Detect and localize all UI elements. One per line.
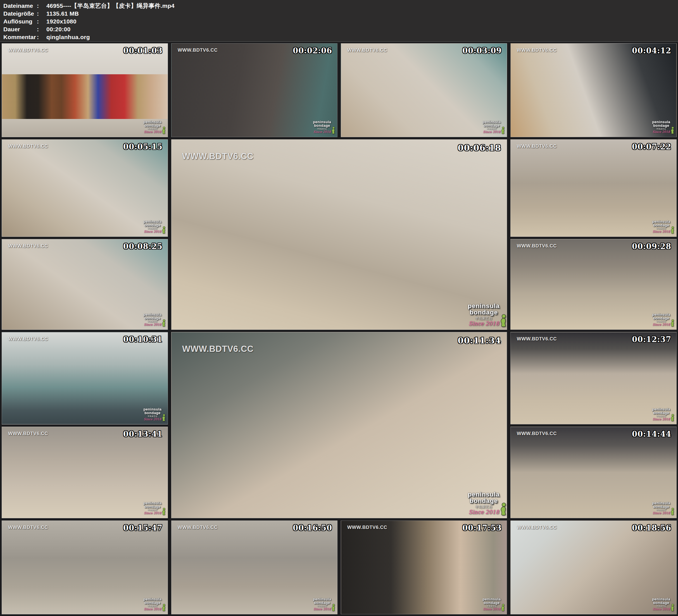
studio-logo-line3: 半岛束艺台 xyxy=(481,605,502,607)
kneeling-figure-icon xyxy=(161,604,166,611)
studio-logo-line4: Since 2018 xyxy=(651,608,672,611)
site-watermark: WWW.BDTV6.CC xyxy=(8,47,48,53)
kneeling-figure-icon xyxy=(670,604,674,611)
site-watermark: WWW.BDTV6.CC xyxy=(182,151,254,161)
kneeling-figure-icon xyxy=(161,126,166,134)
frame-timestamp: 00:15:47 xyxy=(123,524,162,532)
studio-logo-line3: 半岛束艺台 xyxy=(651,128,672,130)
site-watermark: WWW.BDTV6.CC xyxy=(517,431,557,436)
file-info-value: 1135.61 MB xyxy=(46,10,678,17)
kneeling-figure-icon xyxy=(670,319,674,327)
studio-logo: peninsula bondage 半岛束艺台 Since 2018 xyxy=(142,408,163,421)
video-thumbnail: WWW.BDTV6.CC 00:07:22 peninsula bondage … xyxy=(511,139,677,237)
studio-logo: peninsula bondage 半岛束艺台 Since 2018 xyxy=(142,120,163,133)
video-thumbnail: WWW.BDTV6.CC 00:15:47 peninsula bondage … xyxy=(2,521,168,614)
video-thumbnail: WWW.BDTV6.CC 00:02:06 peninsula bondage … xyxy=(171,43,337,137)
studio-logo-line2: bondage xyxy=(142,411,163,415)
file-info-header: Dateiname : 46955----【半岛束艺台】【皮卡】绳异事件.mp4… xyxy=(0,0,678,42)
studio-logo-line2: bondage xyxy=(142,505,163,508)
frame-timestamp: 00:02:06 xyxy=(293,46,332,55)
file-info-row: Auflösung : 1920x1080 xyxy=(3,17,678,26)
kneeling-figure-icon xyxy=(670,126,674,134)
kneeling-figure-icon xyxy=(331,604,335,611)
frame-timestamp: 00:07:22 xyxy=(632,143,671,151)
video-thumbnail: WWW.BDTV6.CC 00:10:31 peninsula bondage … xyxy=(2,332,168,424)
frame-timestamp: 00:11:34 xyxy=(458,336,501,345)
studio-logo-line4: Since 2018 xyxy=(311,608,333,611)
studio-logo: peninsula bondage 半岛束艺台 Since 2018 xyxy=(651,597,672,611)
site-watermark: WWW.BDTV6.CC xyxy=(517,525,557,530)
frame-timestamp: 00:01:03 xyxy=(123,46,162,55)
frame-timestamp: 00:05:15 xyxy=(123,143,162,151)
studio-logo: peninsula bondage 半岛束艺台 Since 2018 xyxy=(142,220,163,233)
frame-timestamp: 00:08:25 xyxy=(123,242,162,251)
file-info-row: Kommentar : qinglanhua.org xyxy=(3,33,678,41)
site-watermark: WWW.BDTV6.CC xyxy=(517,336,557,342)
file-info-colon: : xyxy=(37,17,46,26)
studio-logo-line3: 半岛束艺台 xyxy=(142,509,163,511)
file-info-value: 46955----【半岛束艺台】【皮卡】绳异事件.mp4 xyxy=(46,2,678,10)
studio-logo-line1: peninsula xyxy=(465,491,502,498)
video-thumbnail: WWW.BDTV6.CC 00:06:18 peninsula bondage … xyxy=(171,139,507,330)
file-info-row: Dauer : 00:20:00 xyxy=(3,26,678,33)
studio-logo-line4: Since 2018 xyxy=(651,418,672,421)
frame-timestamp: 00:14:44 xyxy=(632,430,671,438)
kneeling-figure-icon xyxy=(670,414,674,421)
studio-logo-line1: peninsula xyxy=(465,303,502,309)
studio-logo-line3: 半岛束艺台 xyxy=(651,320,672,322)
file-info-label: Dateigröße xyxy=(3,10,37,17)
video-thumbnail: WWW.BDTV6.CC 00:08:25 peninsula bondage … xyxy=(2,239,168,330)
studio-logo-line4: Since 2018 xyxy=(142,418,163,421)
studio-logo-line2: bondage xyxy=(651,316,672,320)
file-info-row: Dateigröße : 1135.61 MB xyxy=(3,10,678,17)
studio-logo: peninsula bondage 半岛束艺台 Since 2018 xyxy=(651,220,672,233)
studio-logo: peninsula bondage 半岛束艺台 Since 2018 xyxy=(481,597,502,611)
studio-logo-line3: 半岛束艺台 xyxy=(142,228,163,230)
studio-logo-line4: Since 2018 xyxy=(142,130,163,133)
file-info-label: Dateiname xyxy=(3,2,37,10)
studio-logo-line2: bondage xyxy=(481,124,502,127)
studio-logo-line2: bondage xyxy=(311,124,333,127)
site-watermark: WWW.BDTV6.CC xyxy=(517,47,557,53)
kneeling-figure-icon xyxy=(670,508,674,515)
site-watermark: WWW.BDTV6.CC xyxy=(182,344,254,354)
studio-logo-line4: Since 2018 xyxy=(142,323,163,326)
studio-logo-line4: Since 2018 xyxy=(142,511,163,515)
studio-logo-line3: 半岛束艺台 xyxy=(651,228,672,230)
frame-timestamp: 00:16:50 xyxy=(293,524,332,532)
studio-logo: peninsula bondage 半岛束艺台 Since 2018 xyxy=(142,597,163,611)
thumbnail-grid: WWW.BDTV6.CC 00:01:03 peninsula bondage … xyxy=(2,43,677,614)
file-info-label: Kommentar xyxy=(3,33,37,41)
studio-logo: peninsula bondage 半岛束艺台 Since 2018 xyxy=(651,120,672,133)
site-watermark: WWW.BDTV6.CC xyxy=(347,47,387,53)
studio-logo: peninsula bondage 半岛束艺台 Since 2018 xyxy=(311,120,333,133)
studio-logo: peninsula bondage 半岛束艺台 Since 2018 xyxy=(651,408,672,421)
video-thumbnail: WWW.BDTV6.CC 00:05:15 peninsula bondage … xyxy=(2,139,168,237)
file-info-value: qinglanhua.org xyxy=(46,33,678,41)
site-watermark: WWW.BDTV6.CC xyxy=(517,144,557,149)
frame-timestamp: 00:12:37 xyxy=(632,335,671,344)
site-watermark: WWW.BDTV6.CC xyxy=(178,525,218,530)
studio-logo-line3: 半岛束艺台 xyxy=(465,505,502,508)
studio-logo-line3: 半岛束艺台 xyxy=(481,128,502,130)
video-thumbnail: WWW.BDTV6.CC 00:09:28 peninsula bondage … xyxy=(511,239,677,330)
frame-timestamp: 00:17:53 xyxy=(462,524,502,532)
file-info-value: 00:20:00 xyxy=(46,26,678,33)
studio-logo-line3: 半岛束艺台 xyxy=(142,128,163,130)
studio-logo-line4: Since 2018 xyxy=(651,511,672,515)
studio-logo: peninsula bondage 半岛束艺台 Since 2018 xyxy=(651,313,672,326)
file-info-colon: : xyxy=(37,2,46,10)
video-thumbnail: WWW.BDTV6.CC 00:04:12 peninsula bondage … xyxy=(511,43,677,137)
video-thumbnail: WWW.BDTV6.CC 00:18:56 peninsula bondage … xyxy=(511,521,677,614)
studio-logo-line2: bondage xyxy=(142,316,163,320)
video-thumbnail: WWW.BDTV6.CC 00:13:41 peninsula bondage … xyxy=(2,427,168,518)
file-info-label: Dauer xyxy=(3,26,37,33)
site-watermark: WWW.BDTV6.CC xyxy=(347,525,387,530)
studio-logo-line2: bondage xyxy=(651,223,672,227)
site-watermark: WWW.BDTV6.CC xyxy=(178,47,218,53)
frame-timestamp: 00:13:41 xyxy=(123,430,162,438)
studio-logo-line2: bondage xyxy=(651,601,672,605)
site-watermark: WWW.BDTV6.CC xyxy=(8,431,48,436)
kneeling-figure-icon xyxy=(498,314,507,327)
studio-logo-line2: bondage xyxy=(651,505,672,508)
